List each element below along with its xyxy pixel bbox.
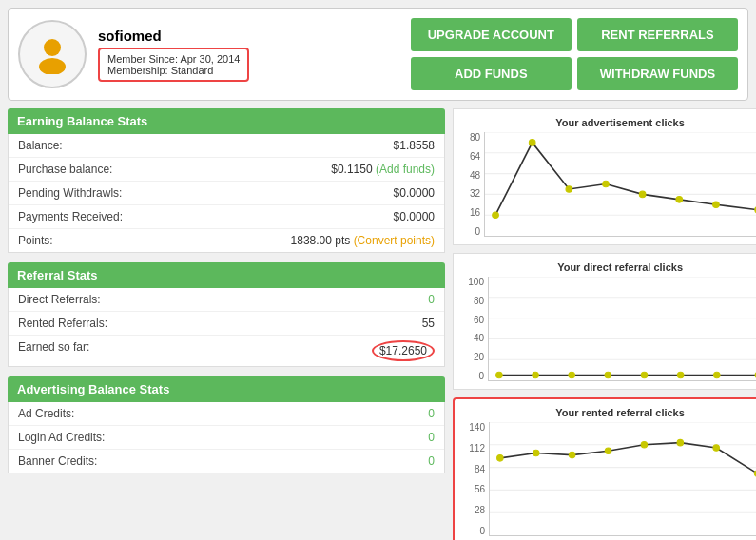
purchase-balance-value: $0.1150 (Add funds)	[331, 163, 435, 176]
rented-referrals-label: Rented Referrals:	[18, 317, 107, 330]
convert-points-link[interactable]: (Convert points)	[354, 234, 435, 247]
avatar	[18, 20, 87, 88]
svg-point-13	[713, 202, 720, 208]
direct-referrals-value: 0	[428, 293, 435, 306]
rented-referral-y-axis: 140 112 84 56 28 0	[462, 422, 489, 536]
direct-referrals-row: Direct Referrals: 0	[9, 288, 444, 312]
upgrade-account-button[interactable]: UPGRADE ACCOUNT	[411, 18, 572, 51]
main-container: sofiomed Member Since: Apr 30, 2014 Memb…	[0, 0, 756, 540]
login-ad-credits-label: Login Ad Credits:	[18, 431, 105, 444]
pending-withdrawls-label: Pending Withdrawls:	[18, 186, 122, 200]
direct-referral-chart: Your direct referral clicks 100 80 60 40…	[453, 253, 756, 390]
svg-point-33	[497, 455, 503, 461]
purchase-balance-row: Purchase balance: $0.1150 (Add funds)	[9, 158, 444, 182]
left-panel: Earning Balance Stats Balance: $1.8558 P…	[8, 108, 445, 540]
svg-point-22	[569, 372, 575, 378]
member-since: Member Since: Apr 30, 2014	[107, 53, 240, 65]
add-funds-button[interactable]: ADD FUNDS	[411, 57, 572, 90]
svg-point-38	[677, 439, 683, 445]
direct-referral-chart-area: 100 80 60 40 20 0	[461, 277, 756, 381]
add-funds-link[interactable]: (Add funds)	[376, 163, 435, 176]
direct-referral-title: Your direct referral clicks	[461, 261, 756, 273]
balance-label: Balance:	[18, 139, 63, 152]
login-ad-credits-value: 0	[428, 431, 435, 444]
banner-credits-row: Banner Credits: 0	[9, 450, 444, 472]
advertising-stats-header: Advertising Balance Stats	[8, 376, 445, 402]
rented-referrals-row: Rented Referrals: 55	[9, 312, 444, 336]
referral-stats-section: Referral Stats Direct Referrals: 0 Rente…	[8, 262, 445, 367]
svg-point-8	[529, 140, 535, 146]
advertising-stats-body: Ad Credits: 0 Login Ad Credits: 0 Banner…	[8, 402, 445, 473]
rented-referrals-value: 55	[422, 317, 435, 330]
svg-point-34	[533, 450, 538, 455]
svg-point-1	[39, 58, 66, 74]
ad-clicks-chart-area: 80 64 48 32 16 0	[461, 132, 756, 237]
svg-point-0	[44, 39, 61, 56]
svg-point-25	[677, 372, 684, 378]
ad-clicks-title: Your advertisement clicks	[461, 117, 756, 128]
payments-received-value: $0.0000	[394, 210, 435, 223]
advertising-stats-section: Advertising Balance Stats Ad Credits: 0 …	[8, 376, 445, 473]
svg-point-35	[569, 452, 574, 457]
withdraw-funds-button[interactable]: WITHDRAW FUNDS	[577, 57, 738, 90]
points-value: 1838.00 pts (Convert points)	[291, 234, 435, 247]
points-row: Points: 1838.00 pts (Convert points)	[9, 229, 444, 252]
balance-row: Balance: $1.8558	[9, 134, 444, 158]
ad-credits-label: Ad Credits:	[18, 407, 74, 420]
svg-point-23	[605, 372, 611, 378]
pending-withdrawls-row: Pending Withdrawls: $0.0000	[9, 182, 444, 205]
profile-info: sofiomed Member Since: Apr 30, 2014 Memb…	[98, 28, 396, 82]
banner-credits-label: Banner Credits:	[18, 454, 97, 468]
ad-credits-value: 0	[428, 407, 435, 420]
login-ad-credits-row: Login Ad Credits: 0	[9, 426, 444, 450]
username: sofiomed	[98, 28, 396, 44]
ad-clicks-chart: Your advertisement clicks 80 64 48 32 16…	[453, 108, 756, 245]
earning-balance-header: Earning Balance Stats	[8, 108, 445, 134]
svg-point-12	[676, 197, 683, 203]
rented-referral-svg	[489, 422, 756, 536]
svg-point-37	[641, 442, 647, 448]
user-icon	[31, 32, 73, 77]
points-label: Points:	[18, 234, 53, 247]
earned-so-far-label: Earned so far:	[18, 340, 89, 361]
profile-header: sofiomed Member Since: Apr 30, 2014 Memb…	[8, 8, 748, 101]
earned-value-circled: $17.2650	[372, 340, 435, 361]
svg-point-10	[603, 181, 610, 187]
earned-so-far-row: Earned so far: $17.2650	[9, 336, 444, 366]
profile-buttons: UPGRADE ACCOUNT RENT REFERRALS ADD FUNDS…	[411, 18, 738, 90]
earning-balance-body: Balance: $1.8558 Purchase balance: $0.11…	[8, 134, 445, 253]
earning-balance-section: Earning Balance Stats Balance: $1.8558 P…	[8, 108, 445, 253]
direct-referrals-label: Direct Referrals:	[18, 293, 101, 306]
direct-referral-svg	[488, 277, 756, 381]
svg-point-7	[493, 212, 499, 219]
content-area: Earning Balance Stats Balance: $1.8558 P…	[8, 108, 748, 540]
svg-point-11	[639, 191, 646, 198]
rented-referral-chart: Your rented referral clicks 140 112 84 5…	[453, 397, 756, 540]
payments-received-label: Payments Received:	[18, 210, 123, 223]
ad-credits-row: Ad Credits: 0	[9, 402, 444, 426]
direct-referral-y-axis: 100 80 60 40 20 0	[461, 277, 488, 381]
rented-referral-chart-area: 140 112 84 56 28 0	[462, 422, 756, 536]
pending-withdrawls-value: $0.0000	[394, 186, 435, 200]
rented-referral-title: Your rented referral clicks	[462, 407, 756, 418]
svg-point-26	[714, 372, 721, 378]
profile-details-box: Member Since: Apr 30, 2014 Membership: S…	[98, 48, 249, 82]
svg-point-20	[496, 372, 503, 378]
right-panel: Your advertisement clicks 80 64 48 32 16…	[453, 108, 756, 540]
ad-clicks-y-axis: 80 64 48 32 16 0	[461, 132, 484, 237]
ad-clicks-svg	[484, 132, 756, 237]
rent-referrals-button[interactable]: RENT REFERRALS	[577, 18, 738, 51]
svg-point-36	[605, 448, 611, 453]
referral-stats-header: Referral Stats	[8, 262, 445, 288]
svg-point-24	[641, 372, 648, 378]
balance-value: $1.8558	[394, 139, 435, 152]
banner-credits-value: 0	[428, 454, 435, 468]
svg-point-9	[566, 186, 572, 193]
purchase-balance-label: Purchase balance:	[18, 163, 112, 176]
svg-point-39	[713, 445, 719, 451]
referral-stats-body: Direct Referrals: 0 Rented Referrals: 55…	[8, 288, 445, 367]
payments-received-row: Payments Received: $0.0000	[9, 205, 444, 229]
svg-point-21	[533, 372, 539, 378]
earned-so-far-value: $17.2650	[372, 340, 435, 361]
membership: Membership: Standard	[107, 65, 240, 76]
